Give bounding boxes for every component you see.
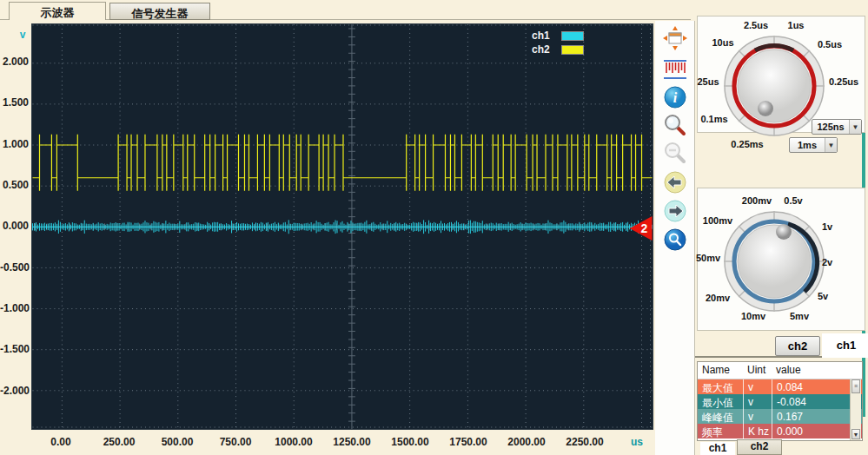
channel-selector-row: ch2 ch1 [695, 333, 868, 358]
y-tick-label: -1.500 [0, 343, 29, 355]
header-value: value [772, 362, 862, 379]
table-scrollbar[interactable]: ≡ ▼ [850, 379, 861, 440]
table-row-frequency[interactable]: 频率 K hz 0.000 [698, 424, 862, 439]
timebase-label[interactable]: 0.5us [818, 39, 842, 49]
forward-icon[interactable] [663, 199, 687, 223]
cell-unit: v [743, 394, 772, 409]
tab-signal-generator[interactable]: 信号发生器 [109, 3, 210, 20]
x-tick-label: 250.00 [91, 436, 147, 448]
table-row-min[interactable]: 最小值 v -0.084 [698, 394, 862, 409]
voltage-label[interactable]: 5v [818, 291, 828, 301]
scope-display[interactable]: 2 [31, 23, 653, 430]
voltage-knob[interactable] [722, 209, 826, 313]
y-tick-label: -1.000 [0, 302, 29, 314]
oscilloscope-app: 示波器 信号发生器 v 2.0001.5001.0000.5000.000-0.… [0, 0, 868, 455]
x-axis-unit: us [631, 436, 657, 448]
cell-name: 最大值 [698, 379, 743, 394]
zoom-in-icon[interactable] [663, 113, 687, 137]
timebase-label[interactable]: 25us [697, 76, 719, 87]
voltage-label[interactable]: 2v [822, 257, 832, 267]
cell-unit: v [743, 409, 772, 424]
svg-text:i: i [673, 90, 678, 105]
timebase-dropdown-1ms[interactable]: 1ms▼ [789, 137, 838, 153]
y-tick-label: 0.000 [0, 220, 29, 232]
voltage-label[interactable]: 5mv [790, 311, 809, 321]
dropdown-value: 1ms [790, 140, 825, 150]
y-tick-label: -2.000 [0, 385, 29, 397]
timebase-label[interactable]: 2.5us [744, 20, 768, 30]
x-tick-label: 1750.00 [441, 436, 496, 448]
measurement-table: Name Uint value 最大值 v 0.084 最小值 v -0.084… [697, 361, 863, 441]
cell-name: 频率 [698, 424, 743, 439]
table-row-max[interactable]: 最大值 v 0.084 [698, 379, 862, 394]
voltage-label[interactable]: 20mv [706, 293, 730, 303]
cell-name: 最小值 [698, 394, 743, 409]
y-axis-unit: v [16, 29, 30, 41]
scrollbar-down-arrow[interactable]: ▼ [851, 429, 860, 439]
x-tick-label: 500.00 [149, 436, 205, 448]
cell-unit: v [743, 379, 772, 394]
timebase-label[interactable]: 1us [788, 20, 805, 30]
x-tick-label: 750.00 [208, 436, 263, 448]
fit-screen-icon[interactable] [663, 26, 687, 50]
timebase-knob[interactable] [722, 34, 826, 138]
ch1-label[interactable]: ch1 [827, 339, 865, 352]
timebase-label[interactable]: 0.1ms [700, 114, 727, 124]
x-tick-label: 2250.00 [557, 436, 613, 448]
legend-label-ch2: ch2 [532, 43, 558, 56]
timebase-label[interactable]: 10us [712, 37, 733, 48]
bottom-tab-ch2[interactable]: ch2 [737, 439, 782, 455]
cell-value: 0.167 [772, 409, 862, 424]
y-tick-label: 1.000 [0, 138, 29, 150]
channel-2-marker: 2 [641, 221, 648, 235]
info-icon[interactable]: i [663, 85, 687, 109]
cell-value: 0.000 [772, 424, 862, 439]
table-row-peakpeak[interactable]: 峰峰值 v 0.167 [698, 409, 862, 424]
tab-oscilloscope[interactable]: 示波器 [9, 2, 106, 20]
legend-label-ch1: ch1 [532, 30, 558, 42]
legend-swatch-ch2 [561, 45, 584, 55]
cell-unit: K hz [743, 424, 772, 439]
x-tick-label: 0.00 [33, 436, 89, 448]
timebase-label[interactable]: 0.25ms [731, 139, 763, 149]
ruler-icon[interactable] [663, 57, 687, 82]
voltage-label[interactable]: 0.5v [784, 195, 802, 206]
zoom-out-icon [663, 141, 687, 165]
chevron-down-icon: ▼ [825, 138, 837, 152]
voltage-label[interactable]: 1v [822, 221, 832, 232]
voltage-label[interactable]: 100mv [703, 215, 732, 226]
y-tick-label: 1.500 [0, 96, 29, 109]
back-icon[interactable] [663, 170, 687, 195]
voltage-label[interactable]: 50mv [696, 253, 720, 263]
x-tick-label: 1000.00 [266, 436, 321, 448]
dropdown-value: 125ns [812, 122, 849, 132]
timebase-label[interactable]: 0.25us [829, 76, 858, 87]
table-header: Name Uint value [698, 362, 862, 379]
x-tick-label: 1250.00 [324, 436, 380, 448]
cell-value: -0.084 [772, 394, 862, 409]
timebase-dropdown-125ns[interactable]: 125ns▼ [812, 119, 862, 135]
legend-item-ch2: ch2 [532, 43, 584, 56]
legend-swatch-ch1 [561, 31, 584, 41]
search-icon[interactable] [663, 228, 687, 252]
bottom-tab-ch1[interactable]: ch1 [700, 442, 735, 455]
control-panel: 2.5us 1us 10us 0.5us 25us 0.25us 0.1ms 0… [695, 0, 868, 455]
x-tick-label: 1500.00 [382, 436, 438, 448]
header-unit: Uint [743, 362, 772, 379]
legend-item-ch1: ch1 [532, 29, 584, 43]
header-name: Name [698, 362, 743, 379]
y-tick-label: 0.500 [0, 179, 29, 191]
chevron-down-icon: ▼ [849, 120, 861, 134]
voltage-label[interactable]: 200mv [742, 195, 772, 206]
scope-toolbar: i [655, 21, 695, 455]
scrollbar-thumb[interactable]: ≡ [851, 379, 860, 393]
cell-name: 峰峰值 [698, 409, 743, 424]
ch2-button[interactable]: ch2 [775, 336, 820, 356]
x-tick-label: 2000.00 [499, 436, 554, 448]
top-tabstrip: 示波器 信号发生器 [0, 0, 691, 20]
scope-legend: ch1 ch2 [532, 29, 584, 56]
y-tick-label: 2.000 [0, 56, 29, 68]
cell-value: 0.084 [772, 379, 862, 394]
voltage-label[interactable]: 10mv [741, 311, 765, 321]
y-tick-label: -0.500 [0, 261, 29, 274]
